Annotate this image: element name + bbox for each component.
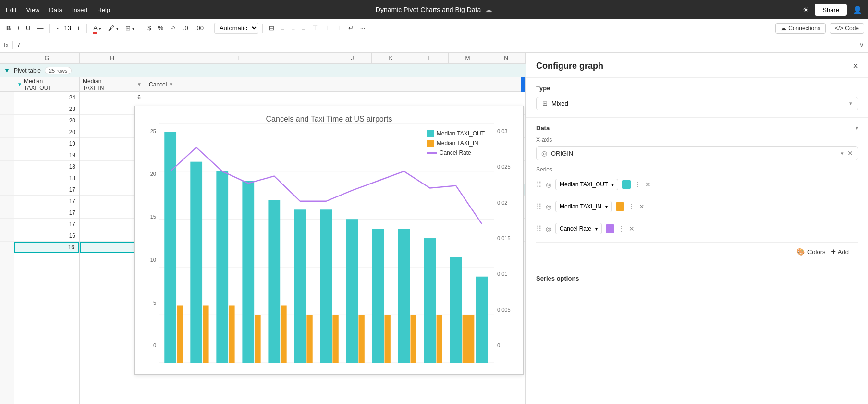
colors-button[interactable]: 🎨 Colors: [796, 248, 826, 256]
col-h-header[interactable]: MedianTAXI_IN ▼: [80, 77, 145, 92]
series-color-taxi-out[interactable]: [622, 180, 631, 189]
cell-g-11[interactable]: 17: [14, 207, 79, 219]
col-header-m[interactable]: M: [449, 53, 487, 63]
cell-i-1[interactable]: [145, 92, 525, 103]
xaxis-dropdown-icon[interactable]: ▾: [841, 150, 844, 157]
cell-g-6[interactable]: 19: [14, 149, 79, 161]
wrap-button[interactable]: ↵: [346, 23, 356, 33]
col-h-dropdown[interactable]: ▼: [137, 82, 142, 87]
series-select-taxi-out[interactable]: Median TAXI_OUT ▾: [555, 179, 618, 190]
cell-g-3[interactable]: 20: [14, 115, 79, 126]
cell-g-14[interactable]: 16: [14, 242, 79, 253]
fill-color-button[interactable]: 🖌 ▾: [106, 23, 121, 33]
currency-button[interactable]: $: [145, 23, 153, 33]
cell-g-1[interactable]: 24: [14, 92, 79, 103]
series-clear-cancel-rate[interactable]: ✕: [629, 225, 635, 233]
valign-mid-button[interactable]: ⊥: [322, 23, 332, 33]
cell-g-10[interactable]: 17: [14, 196, 79, 207]
series-more-cancel-rate[interactable]: ⋮: [618, 225, 625, 233]
formula-collapse-button[interactable]: ∨: [859, 41, 864, 49]
cell-g-13[interactable]: 16: [14, 230, 79, 242]
menu-insert[interactable]: Insert: [72, 6, 88, 13]
type-select[interactable]: ⊞ Mixed ▾: [536, 97, 858, 110]
series-clear-taxi-in[interactable]: ✕: [639, 203, 645, 210]
code-button[interactable]: </> Code: [830, 23, 864, 34]
series-drag-cancel-rate[interactable]: ⠿: [536, 224, 542, 233]
valign-top-button[interactable]: ⊤: [310, 23, 320, 33]
add-series-button[interactable]: + Add: [831, 247, 849, 256]
series-more-taxi-in[interactable]: ⋮: [628, 203, 635, 210]
series-drag-taxi-out[interactable]: ⠿: [536, 180, 542, 189]
text-color-button[interactable]: A ▾: [91, 23, 104, 33]
cell-g-5[interactable]: 19: [14, 138, 79, 149]
xaxis-clear-button[interactable]: ✕: [847, 149, 853, 157]
cell-g-4[interactable]: 20: [14, 126, 79, 138]
format-select[interactable]: Automatic: [214, 23, 258, 34]
user-icon[interactable]: 👤: [853, 5, 862, 14]
cell-g-2[interactable]: 23: [14, 103, 79, 115]
cell-h-1[interactable]: 6: [80, 92, 145, 103]
connections-button[interactable]: ☁ Connections: [775, 23, 826, 34]
formula-value[interactable]: 7: [17, 41, 856, 49]
cell-g-12[interactable]: 17: [14, 219, 79, 230]
cell-g-7[interactable]: 18: [14, 161, 79, 172]
series-name-dropdown-taxi-out[interactable]: ▾: [611, 182, 614, 187]
valign-bot-button[interactable]: ⊥: [334, 23, 344, 33]
menu-help[interactable]: Help: [97, 6, 110, 13]
more-button[interactable]: ···: [358, 23, 368, 33]
cancel-dropdown-icon[interactable]: ▼: [169, 82, 173, 87]
decimal-more-button[interactable]: .0: [181, 23, 191, 33]
border-dropdown[interactable]: ▾: [132, 26, 134, 31]
series-select-cancel-rate[interactable]: Cancel Rate ▾: [555, 223, 602, 234]
rp-close-button[interactable]: ×: [853, 61, 858, 72]
col-g-header[interactable]: ▼ MedianTAXI_OUT: [14, 77, 79, 92]
series-color-cancel-rate[interactable]: [606, 224, 614, 233]
col-header-k[interactable]: K: [372, 53, 410, 63]
decrease-font-button[interactable]: -: [54, 23, 61, 33]
series-clear-taxi-out[interactable]: ✕: [645, 181, 651, 188]
italic-button[interactable]: I: [15, 23, 22, 33]
decimal-less-button[interactable]: .00: [193, 23, 206, 33]
bar-iad-out: [320, 209, 332, 363]
cell-g-8[interactable]: 18: [14, 172, 79, 184]
text-color-dropdown[interactable]: ▾: [99, 26, 101, 31]
type-value: Mixed: [551, 100, 568, 107]
menu-data[interactable]: Data: [49, 6, 62, 13]
accounting-button[interactable]: ꩜: [168, 23, 179, 33]
increase-font-button[interactable]: +: [74, 23, 83, 33]
bar-mco-in: [411, 315, 416, 363]
col-header-j[interactable]: J: [333, 53, 372, 63]
align-right-button[interactable]: ≡: [299, 23, 308, 33]
type-dropdown-icon[interactable]: ▾: [849, 100, 852, 107]
cell-g-9[interactable]: 17: [14, 184, 79, 196]
data-collapse-icon[interactable]: ▾: [856, 125, 858, 131]
menu-edit[interactable]: Edit: [6, 6, 16, 13]
fill-color-dropdown[interactable]: ▾: [116, 26, 119, 31]
series-select-taxi-in[interactable]: Median TAXI_IN ▾: [555, 201, 612, 212]
merge-button[interactable]: ⊟: [267, 23, 277, 33]
series-name-dropdown-cancel-rate[interactable]: ▾: [595, 226, 598, 232]
percent-button[interactable]: %: [155, 23, 166, 33]
series-color-taxi-in[interactable]: [616, 202, 624, 211]
border-button[interactable]: ⊞ ▾: [123, 23, 137, 33]
col-header-n[interactable]: N: [487, 53, 526, 63]
share-button[interactable]: Share: [815, 4, 847, 16]
strikethrough-button[interactable]: —: [35, 23, 46, 33]
sun-icon[interactable]: ☀: [802, 5, 809, 14]
rp-bottom-actions: 🎨 Colors + Add: [536, 242, 858, 261]
col-header-i[interactable]: I: [145, 53, 333, 63]
xaxis-row[interactable]: ◎ ORIGIN ▾ ✕: [536, 146, 858, 160]
series-name-dropdown-taxi-in[interactable]: ▾: [605, 204, 608, 209]
underline-button[interactable]: U: [24, 23, 33, 33]
align-left-button[interactable]: ≡: [279, 23, 287, 33]
selection-marker: [521, 77, 525, 92]
cancel-select[interactable]: Cancel: [149, 81, 167, 88]
col-header-g[interactable]: G: [14, 53, 80, 63]
align-center-button[interactable]: ≡: [289, 23, 298, 33]
series-more-taxi-out[interactable]: ⋮: [635, 181, 641, 188]
bold-button[interactable]: B: [4, 23, 13, 33]
col-header-h[interactable]: H: [80, 53, 145, 63]
col-header-l[interactable]: L: [410, 53, 449, 63]
series-drag-taxi-in[interactable]: ⠿: [536, 202, 542, 211]
menu-view[interactable]: View: [26, 6, 39, 13]
